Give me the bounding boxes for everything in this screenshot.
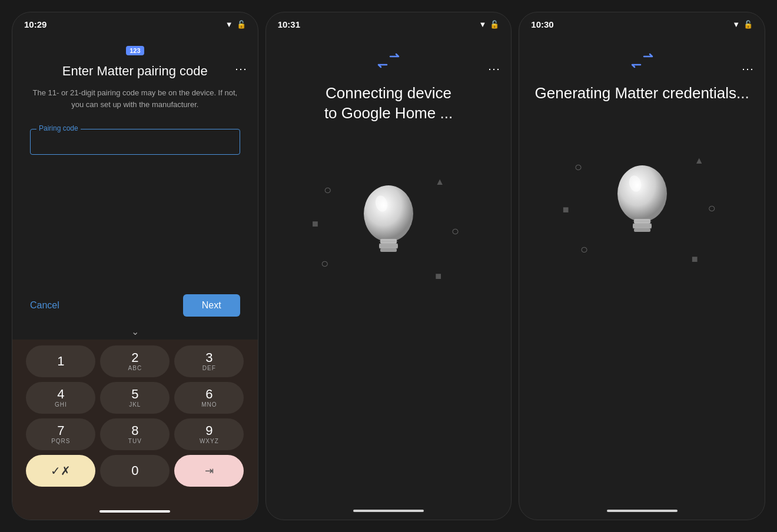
key-3[interactable]: 3 DEF	[174, 345, 244, 377]
phone-2: 10:31 ▼ 🔓 ⋮ Connecting device to Google …	[265, 12, 512, 520]
home-bar-line-3	[607, 510, 678, 512]
phone-1: 10:29 ▼ 🔓 ⋮ 123 Enter Matter pairing cod…	[12, 12, 258, 520]
key-5[interactable]: 5 JKL	[100, 382, 170, 414]
menu-dots-2[interactable]: ⋮	[487, 64, 502, 75]
connect-arrows-icon-2	[374, 52, 403, 72]
light-bulb-3	[607, 155, 678, 252]
pairing-subtitle: The 11- or 21-digit pairing code may be …	[30, 87, 240, 110]
svg-point-0	[364, 185, 413, 242]
key-0[interactable]: 0	[100, 455, 170, 487]
status-time-1: 10:29	[24, 19, 47, 29]
shape-circle-bl-3: ○	[580, 242, 588, 257]
phone1-main: 123 Enter Matter pairing code The 11- or…	[12, 34, 258, 324]
wifi-icon-2: ▼	[479, 20, 486, 29]
status-icons-1: ▼ 🔓	[225, 20, 246, 29]
keyboard-row-2: 4 GHI 5 JKL 6 MNO	[17, 382, 253, 414]
bulb-scene-2: ○ ▲ ■ ○ ○ ■	[306, 159, 471, 288]
key-7[interactable]: 7 PQRS	[26, 418, 95, 450]
shape-square-ml-3: ■	[563, 204, 569, 216]
key-2[interactable]: 2 ABC	[100, 345, 170, 377]
keyboard-row-3: 7 PQRS 8 TUV 9 WXYZ	[17, 418, 253, 450]
status-bar-3: 10:30 ▼ 🔓	[519, 12, 765, 34]
svg-point-9	[617, 165, 667, 222]
shape-circle-tl-3: ○	[575, 159, 582, 175]
shape-square-ml: ■	[312, 218, 318, 230]
menu-dots-1[interactable]: ⋮	[234, 64, 248, 75]
wifi-icon: ▼	[225, 20, 233, 29]
keyboard-row-1: 1 2 ABC 3 DEF	[17, 345, 253, 377]
home-bar-2	[266, 502, 512, 520]
pairing-input-label: Pairing code	[36, 124, 81, 132]
home-bar-line-1	[99, 510, 170, 513]
keyboard: 1 2 ABC 3 DEF 4 GHI 5 JKL	[12, 340, 258, 503]
status-time-3: 10:30	[531, 19, 553, 29]
battery-icon-3: 🔓	[743, 20, 753, 29]
key-8[interactable]: 8 TUV	[100, 418, 170, 450]
connecting-title-3: Generating Matter credentials...	[535, 84, 749, 104]
key-1[interactable]: 1	[26, 345, 95, 377]
home-bar-line-2	[353, 510, 424, 512]
key-backspace[interactable]: ✓✗	[26, 455, 95, 487]
battery-icon-2: 🔓	[490, 20, 499, 29]
status-time-2: 10:31	[278, 19, 300, 29]
status-bar-1: 10:29 ▼ 🔓	[12, 12, 258, 34]
key-9[interactable]: 9 WXYZ	[174, 418, 244, 450]
shape-circle-bl: ○	[321, 256, 328, 271]
key-tab[interactable]: ⇥	[174, 455, 244, 487]
pairing-code-input[interactable]	[39, 137, 231, 147]
home-bar-3	[519, 502, 765, 520]
shape-triangle-tr: ▲	[435, 177, 444, 187]
cancel-button[interactable]: Cancel	[30, 300, 59, 311]
shape-square-br: ■	[435, 270, 441, 282]
keyboard-row-4: ✓✗ 0 ⇥	[17, 455, 253, 487]
shape-square-br-3: ■	[692, 253, 698, 265]
home-bar-1	[12, 503, 258, 520]
pairing-actions: Cancel Next	[30, 287, 240, 324]
svg-rect-3	[380, 248, 397, 252]
phone2-main: Connecting device to Google Home ... ○ ▲…	[266, 34, 512, 502]
shape-circle-mr: ○	[451, 224, 459, 239]
svg-rect-12	[634, 228, 650, 232]
key-4[interactable]: 4 GHI	[26, 382, 95, 414]
phone-3: 10:30 ▼ 🔓 ⋮ Generating Matter credential…	[519, 12, 765, 520]
badge-123: 123	[126, 46, 144, 55]
status-icons-2: ▼ 🔓	[479, 20, 499, 29]
shape-circle-mr-3: ○	[708, 201, 715, 216]
pairing-input-wrap[interactable]: Pairing code	[30, 129, 240, 155]
pairing-title: Enter Matter pairing code	[62, 64, 208, 79]
bulb-scene-3: ○ ▲ ■ ○ ○ ■	[560, 139, 725, 268]
next-button[interactable]: Next	[183, 294, 240, 317]
status-bar-2: 10:31 ▼ 🔓	[266, 12, 512, 34]
connecting-title-2: Connecting device to Google Home ...	[324, 84, 453, 124]
key-6[interactable]: 6 MNO	[174, 382, 244, 414]
chevron-down: ⌄	[12, 324, 258, 340]
battery-icon: 🔓	[237, 20, 246, 29]
phone3-main: Generating Matter credentials... ○ ▲ ■ ○…	[519, 34, 765, 502]
menu-dots-3[interactable]: ⋮	[741, 64, 755, 75]
connect-arrows-icon-3	[627, 52, 657, 72]
status-icons-3: ▼ 🔓	[732, 20, 753, 29]
phones-container: 10:29 ▼ 🔓 ⋮ 123 Enter Matter pairing cod…	[0, 0, 777, 532]
wifi-icon-3: ▼	[732, 20, 740, 29]
light-bulb-2	[353, 175, 424, 272]
shape-circle-tl: ○	[324, 182, 331, 198]
shape-triangle-tr-3: ▲	[695, 155, 704, 166]
